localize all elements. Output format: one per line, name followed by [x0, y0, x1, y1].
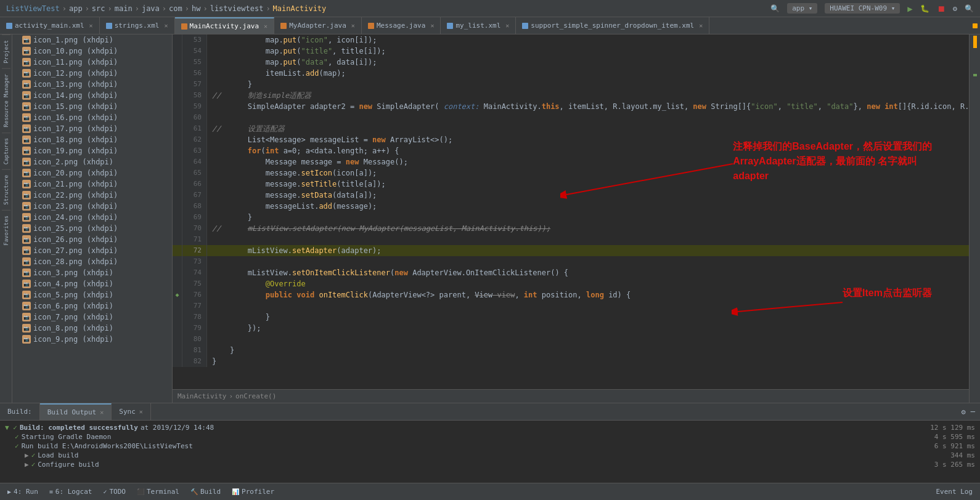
- file-item[interactable]: 📷 icon_24.png (xhdpi): [12, 212, 172, 223]
- config-dropdown[interactable]: app ▾: [787, 3, 817, 14]
- build-tool-btn[interactable]: 🔨 Build: [186, 485, 226, 499]
- file-item[interactable]: 📷 icon_10.png (xhdpi): [12, 46, 172, 57]
- code-line-57[interactable]: 57 }: [173, 79, 969, 90]
- file-item[interactable]: 📷 icon_15.png (xhdpi): [12, 101, 172, 112]
- file-item[interactable]: 📷 icon_14.png (xhdpi): [12, 90, 172, 101]
- build-output-close[interactable]: ✕: [100, 409, 104, 416]
- file-item[interactable]: 📷 icon_25.png (xhdpi): [12, 223, 172, 234]
- file-item[interactable]: 📷 icon_7.png (xhdpi): [12, 312, 172, 323]
- build-output-tab[interactable]: Build Output ✕: [40, 403, 112, 420]
- file-item[interactable]: 📷 icon_5.png (xhdpi): [12, 289, 172, 300]
- code-line-81[interactable]: 81 }: [173, 345, 969, 356]
- file-item[interactable]: 📷 icon_28.png (xhdpi): [12, 256, 172, 267]
- resource-manager-tab[interactable]: Resource Manager: [2, 68, 10, 132]
- run-button[interactable]: ▶: [907, 4, 912, 14]
- code-line-66[interactable]: 66 message.setTitle(title[a]);: [173, 179, 969, 190]
- file-item[interactable]: 📷 icon_16.png (xhdpi): [12, 112, 172, 123]
- file-item[interactable]: 📷 icon_4.png (xhdpi): [12, 278, 172, 289]
- search-icon[interactable]: 🔍: [770, 4, 780, 13]
- code-line-63[interactable]: 63 for(int a=0; a<data.length; a++) {: [173, 145, 969, 156]
- code-line-58[interactable]: 58 // 制造simple适配器: [173, 90, 969, 101]
- project-tab[interactable]: Project: [2, 34, 10, 68]
- close-icon[interactable]: ✕: [351, 22, 355, 29]
- tab-mainactivity[interactable]: MainActivity.java ✕: [175, 17, 275, 34]
- file-item[interactable]: 📷 icon_26.png (xhdpi): [12, 234, 172, 245]
- terminal-tool-btn[interactable]: ⬛ Terminal: [132, 485, 184, 499]
- minimize-icon[interactable]: ─: [971, 408, 975, 416]
- file-item[interactable]: 📷 icon_9.png (xhdpi): [12, 334, 172, 345]
- close-icon[interactable]: ✕: [164, 22, 168, 29]
- file-item[interactable]: 📷 icon_22.png (xhdpi): [12, 190, 172, 201]
- favorites-tab[interactable]: Favorites: [2, 210, 10, 251]
- file-item[interactable]: 📷 icon_18.png (xhdpi): [12, 134, 172, 145]
- run-tool-btn[interactable]: ▶ 4: Run: [2, 485, 43, 499]
- file-item[interactable]: 📷 icon_6.png (xhdpi): [12, 300, 172, 312]
- code-line-78[interactable]: 78 }: [173, 312, 969, 323]
- captures-tab[interactable]: Captures: [2, 132, 10, 169]
- code-line-68[interactable]: 68 messageList.add(message);: [173, 201, 969, 212]
- code-line-79[interactable]: 79 });: [173, 323, 969, 334]
- tab-activity-main[interactable]: activity_main.xml ✕: [0, 17, 100, 34]
- code-line-70[interactable]: 70 // mListView.setAdapter(new MyAdapter…: [173, 223, 969, 234]
- code-line-59[interactable]: 59 SimpleAdapter adapter2 = new SimpleAd…: [173, 101, 969, 112]
- file-item[interactable]: 📷 icon_20.png (xhdpi): [12, 167, 172, 179]
- close-icon[interactable]: ✕: [89, 22, 93, 29]
- file-item[interactable]: 📷 icon_17.png (xhdpi): [12, 123, 172, 134]
- code-line-64[interactable]: 64 Message message = new Message();: [173, 156, 969, 167]
- expand-icon[interactable]: ▶: [25, 461, 29, 469]
- file-item[interactable]: 📷 icon_27.png (xhdpi): [12, 245, 172, 256]
- structure-tab[interactable]: Structure: [2, 169, 10, 210]
- close-icon[interactable]: ✕: [505, 22, 509, 29]
- code-line-54[interactable]: 54 map.put("title", title[i]);: [173, 46, 969, 57]
- code-line-67[interactable]: 67 message.setData(data[a]);: [173, 190, 969, 201]
- code-line-61[interactable]: 61 // 设置适配器: [173, 123, 969, 134]
- sync-close[interactable]: ✕: [139, 408, 143, 415]
- code-line-82[interactable]: 82 }: [173, 356, 969, 367]
- code-line-56[interactable]: 56 itemList.add(map);: [173, 68, 969, 79]
- sync-tab[interactable]: Sync ✕: [112, 403, 151, 420]
- file-item[interactable]: 📷 icon_1.png (xhdpi): [12, 34, 172, 46]
- code-line-60[interactable]: 60: [173, 112, 969, 123]
- close-icon[interactable]: ✕: [430, 22, 434, 29]
- code-line-75[interactable]: 75 @Override: [173, 278, 969, 289]
- file-item[interactable]: 📷 icon_13.png (xhdpi): [12, 79, 172, 90]
- code-line-62[interactable]: 62 List<Message> messageList = new Array…: [173, 134, 969, 145]
- code-line-77[interactable]: 77: [173, 300, 969, 312]
- code-line-73[interactable]: 73: [173, 256, 969, 267]
- code-line-72[interactable]: 72 mListView.setAdapter(adapter);: [173, 245, 969, 256]
- code-line-76[interactable]: ◆ 76 public void onItemClick(AdapterView…: [173, 289, 969, 300]
- stop-button[interactable]: ⏹: [937, 4, 945, 14]
- file-item[interactable]: 📷 icon_8.png (xhdpi): [12, 323, 172, 334]
- event-log-link[interactable]: Event Log: [931, 488, 978, 496]
- settings-icon[interactable]: ⚙: [962, 408, 966, 416]
- profiler-tool-btn[interactable]: 📊 Profiler: [227, 485, 279, 499]
- code-line-53[interactable]: 53 map.put("icon", icon[i]);: [173, 34, 969, 46]
- file-item[interactable]: 📷 icon_2.png (xhdpi): [12, 156, 172, 167]
- file-item[interactable]: 📷 icon_12.png (xhdpi): [12, 68, 172, 79]
- code-line-74[interactable]: 74 mListView.setOnItemClickListener(new …: [173, 267, 969, 278]
- magnify-icon[interactable]: 🔍: [965, 4, 974, 13]
- tab-support-spinner[interactable]: support_simple_spinner_dropdown_item.xml…: [516, 17, 709, 34]
- project-name[interactable]: ListViewTest: [6, 4, 60, 13]
- code-line-71[interactable]: 71: [173, 234, 969, 245]
- code-line-65[interactable]: 65 message.setIcon(icon[a]);: [173, 167, 969, 179]
- build-label-tab[interactable]: Build:: [0, 403, 40, 420]
- file-item[interactable]: 📷 icon_19.png (xhdpi): [12, 145, 172, 156]
- tab-strings[interactable]: strings.xml ✕: [100, 17, 175, 34]
- code-line-80[interactable]: 80: [173, 334, 969, 345]
- tab-myadapter[interactable]: MyAdapter.java ✕: [274, 17, 362, 34]
- settings-icon[interactable]: ⚙: [953, 4, 957, 13]
- close-icon[interactable]: ✕: [699, 22, 703, 29]
- file-item[interactable]: 📷 icon_23.png (xhdpi): [12, 201, 172, 212]
- device-dropdown[interactable]: HUAWEI CPN-W09 ▾: [825, 3, 900, 14]
- tab-my-list[interactable]: my_list.xml ✕: [441, 17, 516, 34]
- expand-icon[interactable]: ▶: [25, 451, 29, 459]
- file-item[interactable]: 📷 icon_11.png (xhdpi): [12, 57, 172, 68]
- code-line-55[interactable]: 55 map.put("data", data[i]);: [173, 57, 969, 68]
- code-line-69[interactable]: 69 }: [173, 212, 969, 223]
- code-editor[interactable]: 注释掉我们的BaseAdapter，然后设置我们的ArrayAdapter适配器…: [173, 34, 969, 403]
- tab-message[interactable]: Message.java ✕: [362, 17, 441, 34]
- logcat-tool-btn[interactable]: ≡ 6: Logcat: [44, 485, 97, 499]
- close-icon[interactable]: ✕: [264, 23, 267, 30]
- debug-button[interactable]: 🐛: [920, 4, 929, 13]
